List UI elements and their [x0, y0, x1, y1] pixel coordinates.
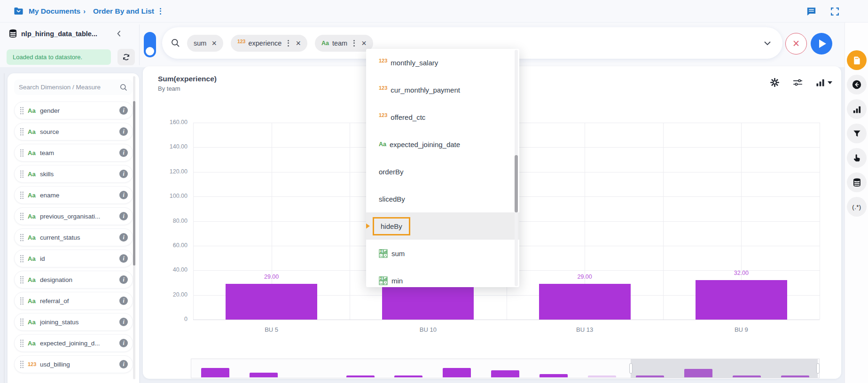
rail-hand-pointer-button[interactable] [847, 148, 867, 168]
info-icon[interactable]: i [119, 191, 128, 199]
field-label: usd_billing [40, 361, 119, 368]
navigator-bar [201, 368, 229, 377]
navigator-bar [346, 375, 375, 377]
info-icon[interactable]: i [119, 170, 128, 178]
drag-handle-icon[interactable] [20, 212, 24, 220]
breadcrumb-current-doc[interactable]: Order By and List [93, 7, 154, 16]
field-row[interactable]: Aareferral_ofi [14, 292, 133, 310]
run-query-button[interactable] [811, 33, 832, 55]
text-type-icon: Aa [28, 107, 40, 114]
suggestion-item-hideBy[interactable]: hideBy [366, 212, 519, 240]
back-circle-icon [852, 79, 862, 90]
drag-handle-icon[interactable] [20, 149, 24, 157]
chip-close-icon[interactable]: × [296, 39, 301, 47]
chart-type-selector[interactable] [816, 78, 832, 87]
chip-close-icon[interactable]: × [361, 39, 367, 47]
querybar-chevron-down-icon[interactable] [763, 39, 772, 48]
info-icon[interactable]: i [119, 297, 128, 305]
rail-database-button[interactable] [847, 172, 867, 192]
field-row[interactable]: Aaprevious_organisati...i [14, 207, 133, 225]
drag-handle-icon[interactable] [20, 255, 24, 263]
x-tick-label: BU 13 [547, 326, 622, 333]
field-row[interactable]: Aateami [14, 144, 133, 162]
bar-BU 9[interactable] [696, 280, 787, 320]
info-icon[interactable]: i [119, 318, 128, 326]
field-search-input[interactable] [19, 84, 119, 91]
suggestion-item-orderBy[interactable]: orderBy [366, 158, 519, 185]
info-icon[interactable]: i [119, 106, 128, 115]
field-row[interactable]: Aagenderi [14, 102, 133, 119]
rail-filter-button[interactable] [847, 124, 867, 143]
database-icon [852, 178, 861, 187]
status-message: Loaded data to datastore. [13, 54, 82, 61]
collapse-panel-button[interactable] [115, 30, 123, 38]
doc-menu-icon[interactable] [158, 7, 163, 16]
drag-handle-icon[interactable] [20, 107, 24, 115]
field-row[interactable]: Aacurrent_statusi [14, 228, 133, 246]
navigator-brush[interactable] [631, 359, 818, 378]
field-search-box[interactable] [14, 79, 133, 95]
sidebar-scrollbar-thumb[interactable] [133, 101, 135, 266]
info-icon[interactable]: i [119, 233, 128, 242]
field-row[interactable]: Aasourcei [14, 123, 133, 141]
info-icon[interactable]: i [119, 360, 128, 368]
nlp-toggle[interactable] [144, 32, 156, 57]
suggestion-item-monthly_salary[interactable]: 123monthly_salary [366, 49, 519, 76]
clear-query-button[interactable]: × [785, 33, 807, 55]
bar-BU 10[interactable] [382, 284, 474, 320]
chart-navigator[interactable] [191, 359, 820, 378]
suggestion-item-sum[interactable]: Σsum [366, 240, 519, 267]
drag-handle-icon[interactable] [20, 276, 24, 284]
brush-handle-left[interactable] [629, 363, 633, 374]
rail-back-circle-button[interactable] [847, 75, 867, 94]
chart-filters-sliders-icon[interactable] [792, 78, 803, 87]
suggestion-item-expected_joining_date[interactable]: Aaexpected_joining_date [366, 131, 519, 158]
query-chip[interactable]: sum× [187, 35, 223, 52]
drag-handle-icon[interactable] [20, 360, 24, 368]
drag-handle-icon[interactable] [20, 234, 24, 242]
drag-handle-icon[interactable] [20, 191, 24, 199]
drag-handle-icon[interactable] [20, 318, 24, 326]
number-type-icon: 123 [379, 85, 387, 91]
field-row[interactable]: Aaexpected_joining_d...i [14, 334, 133, 352]
field-row[interactable]: 123usd_billingi [14, 355, 133, 373]
rail-regex-button[interactable]: (.*) [847, 197, 867, 217]
info-icon[interactable]: i [119, 254, 128, 263]
drag-handle-icon[interactable] [20, 339, 24, 347]
suggestion-item-slicedBy[interactable]: slicedBy [366, 185, 519, 212]
chip-menu-icon[interactable] [286, 39, 290, 48]
query-chip[interactable]: Aateam× [315, 35, 373, 52]
comments-button[interactable] [806, 6, 817, 17]
fullscreen-button[interactable] [830, 7, 840, 16]
info-icon[interactable]: i [119, 149, 128, 157]
rail-sim-card-button[interactable] [847, 50, 867, 70]
info-icon[interactable]: i [119, 212, 128, 220]
suggestion-item-cur_monthly_payment[interactable]: 123cur_monthly_payment [366, 76, 519, 103]
field-row[interactable]: Aaenamei [14, 186, 133, 204]
bar-BU 13[interactable] [539, 284, 631, 320]
breadcrumb-my-documents[interactable]: My Documents [29, 7, 80, 16]
rail-bar-chart-button[interactable] [847, 99, 867, 119]
info-icon[interactable]: i [119, 339, 128, 347]
refresh-button[interactable] [117, 49, 135, 65]
drag-handle-icon[interactable] [20, 170, 24, 178]
field-row[interactable]: Aaskillsi [14, 165, 133, 183]
dropdown-scrollbar-thumb[interactable] [515, 155, 518, 212]
text-type-icon: Aa [28, 171, 40, 178]
brush-handle-right[interactable] [816, 363, 820, 374]
navigator-bar [491, 370, 519, 377]
query-chip[interactable]: 123experience× [231, 35, 307, 52]
info-icon[interactable]: i [119, 127, 128, 136]
field-row[interactable]: Aadesignationi [14, 271, 133, 289]
suggestion-item-offered_ctc[interactable]: 123offered_ctc [366, 103, 519, 131]
field-row[interactable]: Aajoining_statusi [14, 313, 133, 331]
drag-handle-icon[interactable] [20, 297, 24, 305]
chip-menu-icon[interactable] [352, 39, 356, 48]
chart-settings-gear-icon[interactable] [770, 78, 780, 87]
drag-handle-icon[interactable] [20, 128, 24, 136]
bar-BU 5[interactable] [226, 284, 317, 320]
suggestion-item-min[interactable]: Σmin [366, 267, 519, 287]
field-row[interactable]: Aaidi [14, 250, 133, 267]
info-icon[interactable]: i [119, 275, 128, 284]
chip-close-icon[interactable]: × [211, 39, 217, 47]
